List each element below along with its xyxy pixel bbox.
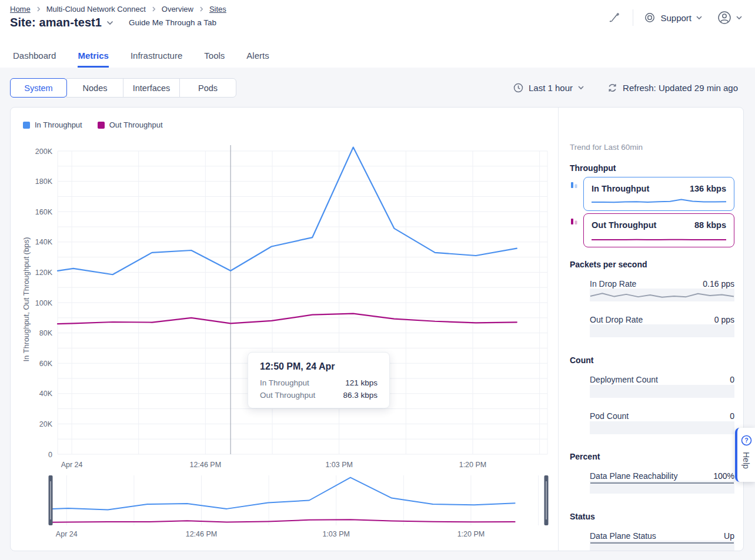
support-menu[interactable]: Support: [644, 12, 702, 24]
sparkline-path: [590, 293, 734, 297]
clock-icon: [513, 83, 523, 93]
breadcrumb-sites[interactable]: Sites: [209, 5, 226, 14]
bar-chart-icon[interactable]: [569, 180, 580, 190]
nav-tabs: Dashboard Metrics Infrastructure Tools A…: [0, 47, 755, 68]
out-drop-rate-sparkline: [590, 324, 734, 337]
chevron-down-icon: [736, 16, 742, 20]
help-tab[interactable]: ? Help: [735, 428, 755, 482]
legend-label-out: Out Throughput: [109, 120, 163, 129]
view-tab-pods[interactable]: Pods: [179, 78, 236, 98]
help-label: Help: [741, 452, 751, 469]
x-tick-label: Apr 24: [61, 461, 83, 469]
metric-value: Up: [724, 531, 734, 541]
metric-card-out-throughput[interactable]: Out Throughput 88 kbps: [583, 213, 734, 247]
tooltip-row-label: Out Throughput: [260, 391, 315, 400]
metric-label: Data Plane Reachability: [590, 471, 677, 481]
tab-dashboard[interactable]: Dashboard: [13, 51, 56, 68]
legend-label-in: In Throughput: [35, 120, 82, 129]
y-tick-label: 40K: [39, 390, 53, 398]
chart-controls: Last 1 hour Refresh: Updated 29 min ago: [513, 78, 738, 98]
time-range-selector[interactable]: Last 1 hour: [513, 83, 584, 93]
view-tab-system[interactable]: System: [10, 78, 67, 98]
y-tick-label: 0: [48, 451, 52, 459]
y-tick-label: 20K: [39, 420, 53, 428]
tab-alerts[interactable]: Alerts: [246, 51, 269, 68]
metric-value: 0: [730, 375, 734, 384]
metric-in-drop-rate: In Drop Rate 0.16 pps: [590, 279, 734, 289]
mini-series-line-in-throughput: [52, 478, 515, 510]
chevron-right-icon: [151, 6, 156, 12]
tooltip-row-value: 121 kbps: [345, 378, 378, 387]
refresh-control[interactable]: Refresh: Updated 29 min ago: [607, 83, 738, 93]
y-tick-label: 80K: [39, 329, 53, 337]
series-line-out-throughput: [58, 314, 517, 324]
metric-card-label: Out Throughput: [592, 220, 656, 230]
refresh-icon: [607, 83, 617, 93]
metric-label: Deployment Count: [590, 375, 658, 384]
tab-metrics[interactable]: Metrics: [78, 51, 109, 68]
breadcrumb-home[interactable]: Home: [10, 5, 31, 14]
gridlines: [58, 151, 547, 454]
view-tab-nodes[interactable]: Nodes: [66, 78, 123, 98]
legend-out-throughput[interactable]: Out Throughput: [98, 120, 163, 129]
tab-infrastructure[interactable]: Infrastructure: [131, 51, 182, 68]
breadcrumb-multi-cloud-network-connect[interactable]: Multi-Cloud Network Connect: [46, 5, 146, 14]
refresh-status-text: Refresh: Updated 29 min ago: [623, 83, 738, 93]
data-plane-status-sparkline: [590, 541, 734, 551]
sparkline-path: [592, 199, 726, 202]
metric-value: 100%: [713, 471, 734, 481]
mini-x-tick-label: 12:46 PM: [186, 530, 218, 538]
chart-legend: In Throughput Out Throughput: [23, 120, 163, 129]
chevron-down-icon: [696, 16, 702, 20]
user-avatar-icon: [717, 11, 731, 25]
in-throughput-sparkline: [591, 197, 727, 207]
view-tab-interfaces[interactable]: Interfaces: [123, 78, 180, 98]
support-icon: [644, 12, 656, 24]
header-divider: [633, 9, 633, 26]
pod-count-sparkline: [590, 421, 734, 434]
tooltip-row-value: 86.3 kbps: [343, 391, 378, 400]
y-tick-label: 60K: [39, 360, 53, 368]
chevron-right-icon: [199, 6, 204, 12]
metric-pod-count: Pod Count 0: [590, 411, 734, 421]
metric-label: Pod Count: [590, 411, 629, 421]
legend-swatch-out: [98, 122, 105, 129]
guide-me-link[interactable]: Guide Me Through a Tab: [129, 18, 216, 27]
y-tick-label: 180K: [35, 177, 53, 186]
metric-card-value: 136 kbps: [690, 184, 726, 193]
metrics-view-switch: System Nodes Interfaces Pods: [10, 78, 236, 98]
metric-data-plane-status: Data Plane Status Up: [590, 531, 734, 541]
throughput-line-chart[interactable]: 020K40K60K80K100K120K140K160K180K200KApr…: [24, 142, 556, 471]
metric-data-plane-reachability: Data Plane Reachability 100%: [590, 471, 734, 481]
app-root: Home Multi-Cloud Network Connect Overvie…: [0, 0, 755, 560]
mini-x-tick-label: 1:20 PM: [457, 530, 485, 538]
breadcrumb: Home Multi-Cloud Network Connect Overvie…: [10, 5, 226, 14]
section-title-count: Count: [570, 356, 593, 365]
y-tick-label: 140K: [35, 238, 53, 246]
account-menu[interactable]: [717, 11, 742, 25]
mini-x-tick-label: 1:03 PM: [322, 530, 350, 538]
legend-in-throughput[interactable]: In Throughput: [23, 120, 82, 129]
header-actions: Support: [608, 8, 742, 27]
theme-brush-icon[interactable]: [608, 11, 621, 24]
x-tick-label: 1:20 PM: [459, 461, 487, 469]
x-tick-label: 12:46 PM: [190, 461, 222, 469]
metric-card-in-throughput[interactable]: In Throughput 136 kbps: [583, 177, 734, 211]
help-question-icon: ?: [741, 435, 752, 446]
chevron-down-icon[interactable]: [106, 21, 113, 25]
section-title-status: Status: [570, 512, 595, 521]
trend-panel-title: Trend for Last 60min: [570, 143, 643, 152]
section-title-percent: Percent: [570, 452, 600, 461]
breadcrumb-overview[interactable]: Overview: [162, 5, 193, 14]
metric-value: 0 pps: [714, 315, 734, 324]
in-drop-rate-sparkline: [590, 289, 734, 301]
tooltip-title: 12:50 PM, 24 Apr: [260, 361, 378, 372]
out-throughput-sparkline: [591, 233, 727, 244]
section-title-throughput: Throughput: [570, 163, 616, 173]
metrics-card: In Throughput Out Throughput In Throughp…: [10, 107, 744, 551]
range-navigator-chart[interactable]: Apr 2412:46 PM1:03 PM1:20 PM: [24, 471, 556, 544]
bar-chart-icon[interactable]: [569, 216, 580, 227]
metric-label: In Drop Rate: [590, 279, 636, 289]
tab-tools[interactable]: Tools: [204, 51, 225, 68]
chevron-right-icon: [36, 6, 41, 12]
